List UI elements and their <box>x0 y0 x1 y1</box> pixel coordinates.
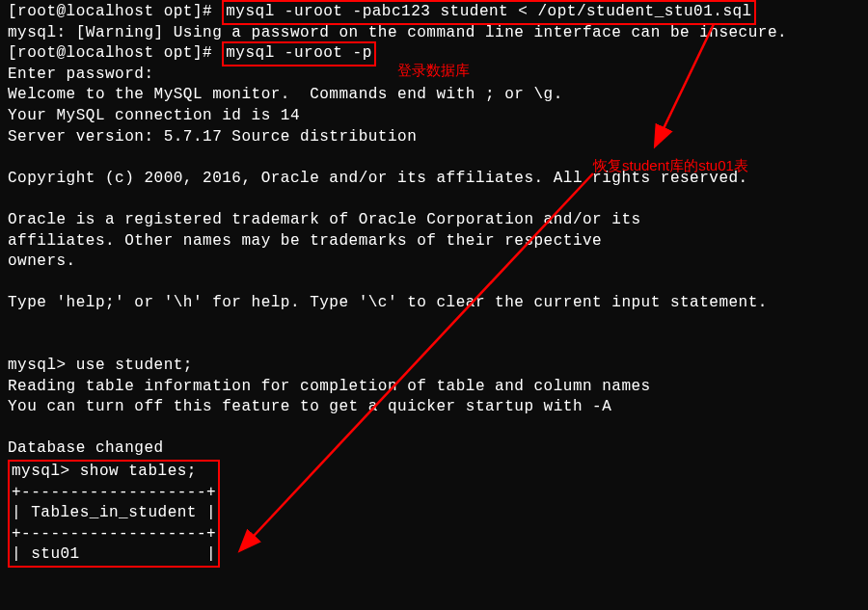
blank-line <box>8 314 860 335</box>
blank-line <box>8 189 860 210</box>
table-border-top: +-------------------+ <box>12 483 216 504</box>
use-student-cmd: use student; <box>76 357 193 374</box>
turn-off-hint: You can turn off this feature to get a q… <box>8 397 860 418</box>
mysql-prompt: mysql> <box>8 357 76 374</box>
blank-line <box>8 418 860 439</box>
trademark-3: owners. <box>8 252 860 273</box>
highlight-show-tables-block: mysql> show tables; +-------------------… <box>8 460 220 568</box>
database-changed: Database changed <box>8 438 860 460</box>
mysql-prompt: mysql> <box>12 463 80 480</box>
mysql-show-tables: mysql> show tables; <box>12 462 216 483</box>
highlight-login-command: mysql -uroot -p <box>222 41 376 66</box>
table-border-mid: +-------------------+ <box>12 524 216 545</box>
mysql-warning: mysql: [Warning] Using a password on the… <box>8 23 860 44</box>
reading-table-info: Reading table information for completion… <box>8 377 860 398</box>
trademark-2: affiliates. Other names may be trademark… <box>8 231 860 252</box>
shell-line-import: [root@localhost opt]# mysql -uroot -pabc… <box>8 2 860 23</box>
shell-prompt: [root@localhost opt]# <box>8 44 222 62</box>
blank-line <box>8 335 860 357</box>
highlight-import-command: mysql -uroot -pabc123 student < /opt/stu… <box>222 0 755 25</box>
table-row-stu01: | stu01 | <box>12 544 216 566</box>
annotation-restore-table: 恢复student库的stu01表 <box>593 156 748 175</box>
help-line: Type 'help;' or '\h' for help. Type '\c'… <box>8 293 860 314</box>
connection-id: Your MySQL connection id is 14 <box>8 106 860 127</box>
welcome-monitor: Welcome to the MySQL monitor. Commands e… <box>8 85 860 106</box>
trademark-1: Oracle is a registered trademark of Orac… <box>8 210 860 231</box>
shell-prompt: [root@localhost opt]# <box>8 3 222 20</box>
server-version: Server version: 5.7.17 Source distributi… <box>8 127 860 148</box>
blank-line <box>8 273 860 294</box>
mysql-use-student: mysql> use student; <box>8 356 860 377</box>
annotation-login-db: 登录数据库 <box>397 61 470 80</box>
show-tables-cmd: show tables; <box>80 463 197 480</box>
table-header: | Tables_in_student | <box>12 503 216 524</box>
